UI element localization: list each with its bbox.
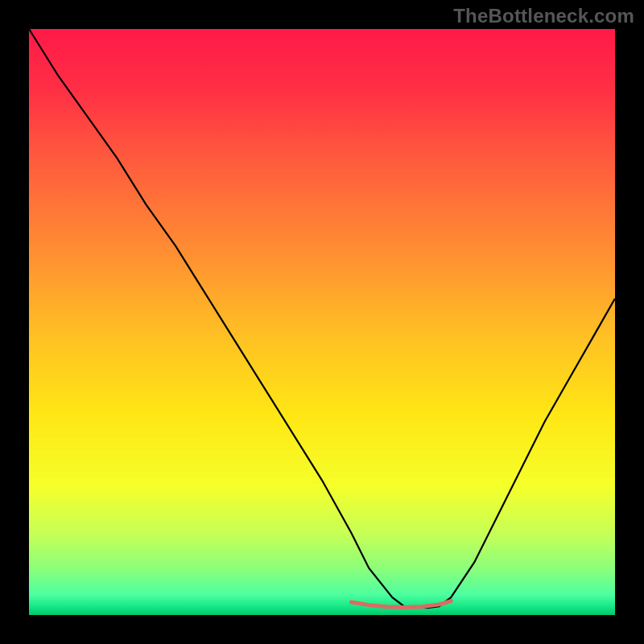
watermark-text: TheBottleneck.com bbox=[453, 5, 634, 27]
chart-svg bbox=[29, 29, 615, 615]
plot-area bbox=[29, 29, 615, 615]
chart-frame: TheBottleneck.com bbox=[0, 0, 644, 644]
gradient-background bbox=[29, 29, 615, 615]
